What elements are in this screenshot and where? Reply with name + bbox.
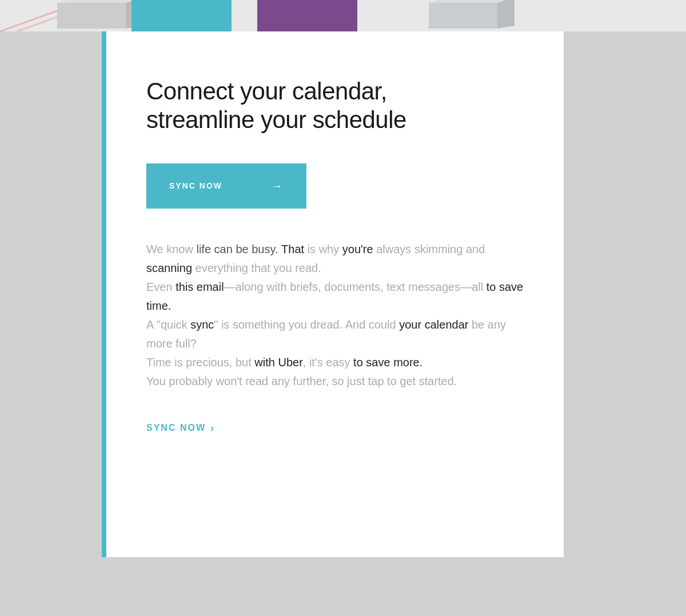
svg-marker-7 bbox=[429, 3, 497, 29]
body-even: Even bbox=[146, 281, 176, 293]
body-text: We know life can be busy. That is why yo… bbox=[146, 240, 529, 391]
body-with-uber: with Uber bbox=[254, 356, 302, 369]
svg-marker-9 bbox=[497, 0, 514, 29]
body-this-email: this email bbox=[176, 281, 224, 293]
body-along-with: —along with briefs, documents, text mess… bbox=[224, 281, 486, 293]
body-everything: everything that you read. bbox=[192, 262, 321, 274]
body-to-save-more: to save more. bbox=[353, 356, 422, 369]
body-we-know: We know bbox=[146, 243, 196, 255]
headline-line1: Connect your calendar, bbox=[146, 78, 387, 105]
background-decoration bbox=[0, 0, 686, 31]
body-its-easy: , it's easy bbox=[303, 356, 353, 369]
body-is-why: is why bbox=[304, 243, 342, 255]
body-always-skimming: always skimming and bbox=[373, 243, 485, 255]
headline: Connect your calendar, streamline your s… bbox=[146, 77, 529, 135]
body-wont-read: You probably won't read any further, so … bbox=[146, 375, 457, 387]
sync-now-chevron-icon: › bbox=[210, 422, 215, 434]
sync-now-secondary-link[interactable]: SYNC NOW › bbox=[146, 422, 215, 434]
body-is-something: " is something you dread. And could bbox=[214, 318, 399, 331]
sync-now-primary-arrow-icon: → bbox=[271, 179, 284, 193]
body-time-precious: Time is precious, but bbox=[146, 356, 254, 369]
svg-rect-5 bbox=[131, 0, 232, 31]
body-sync: sync bbox=[190, 318, 214, 331]
sync-now-primary-label: SYNC NOW bbox=[169, 181, 222, 190]
sync-now-secondary-label: SYNC NOW bbox=[146, 423, 206, 433]
left-accent-bar bbox=[102, 31, 106, 557]
main-card: Connect your calendar, streamline your s… bbox=[106, 31, 564, 557]
body-life-busy: life can be busy. bbox=[196, 243, 281, 255]
sync-now-primary-button[interactable]: SYNC NOW → bbox=[146, 163, 306, 209]
body-youre: you're bbox=[342, 243, 373, 255]
svg-marker-2 bbox=[57, 3, 126, 29]
body-that: That bbox=[281, 243, 304, 255]
body-a-quick: A "quick bbox=[146, 318, 190, 331]
body-your-calendar: your calendar bbox=[399, 318, 468, 331]
headline-line2: streamline your schedule bbox=[146, 106, 406, 133]
decoration-svg bbox=[0, 0, 686, 31]
body-scanning: scanning bbox=[146, 262, 192, 274]
svg-rect-6 bbox=[257, 0, 357, 31]
